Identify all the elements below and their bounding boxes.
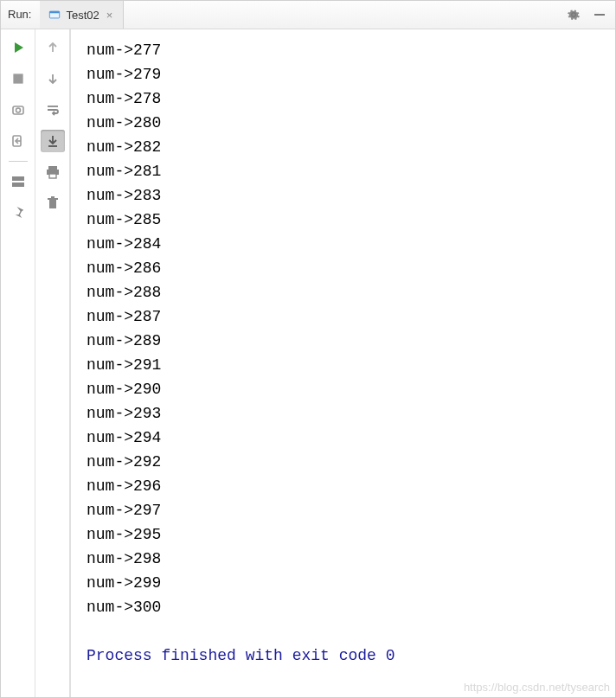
gutter-secondary [35, 29, 70, 697]
exit-button[interactable] [6, 130, 30, 152]
topbar-right [567, 8, 615, 22]
gutter-left [1, 29, 35, 697]
console-area: num->277 num->279 num->278 num->280 num-… [70, 29, 615, 697]
exit-message: Process finished with exit code 0 [87, 647, 395, 664]
tab-close-button[interactable]: × [105, 9, 115, 22]
gear-icon[interactable] [567, 8, 581, 22]
hide-icon[interactable] [593, 8, 606, 22]
layout-button[interactable] [6, 170, 30, 193]
stop-button[interactable] [6, 67, 30, 90]
run-tool-window: Run: Test02 × [0, 0, 616, 698]
svg-rect-13 [48, 198, 58, 200]
svg-rect-14 [51, 196, 55, 198]
clear-all-button[interactable] [41, 192, 65, 215]
svg-rect-11 [49, 174, 56, 178]
svg-rect-8 [12, 183, 24, 187]
tab-label: Test02 [66, 9, 99, 22]
console-output[interactable]: num->277 num->279 num->278 num->280 num-… [71, 29, 615, 697]
tab-test02[interactable]: Test02 × [40, 1, 124, 29]
scroll-to-end-button[interactable] [41, 130, 65, 152]
svg-rect-12 [49, 200, 56, 208]
svg-rect-9 [48, 166, 57, 170]
separator [9, 161, 28, 162]
dump-threads-button[interactable] [6, 99, 30, 121]
body: num->277 num->279 num->278 num->280 num-… [1, 29, 615, 697]
svg-point-5 [16, 108, 20, 112]
run-config-icon [48, 9, 61, 21]
up-button[interactable] [41, 36, 65, 59]
print-button[interactable] [41, 161, 65, 183]
run-label: Run: [1, 1, 40, 29]
pin-button[interactable] [6, 202, 30, 224]
soft-wrap-button[interactable] [41, 99, 65, 121]
svg-rect-2 [594, 14, 605, 16]
down-button[interactable] [41, 67, 65, 90]
svg-rect-1 [50, 11, 60, 13]
svg-rect-7 [12, 176, 24, 181]
svg-rect-3 [13, 74, 22, 83]
topbar: Run: Test02 × [1, 1, 615, 29]
rerun-button[interactable] [6, 36, 30, 59]
